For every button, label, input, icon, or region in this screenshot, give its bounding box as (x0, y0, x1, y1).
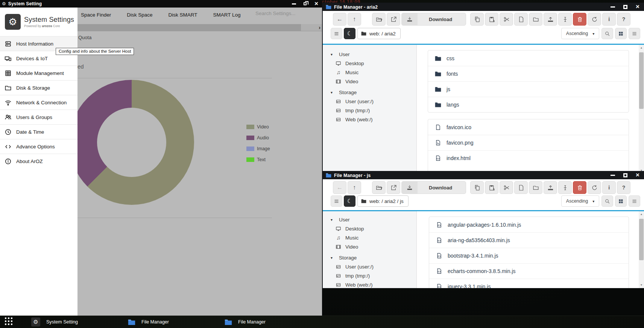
download-button[interactable]: Download (401, 181, 466, 194)
tab-disk-smart[interactable]: Disk SMART (169, 12, 197, 18)
upload-button[interactable] (544, 13, 557, 26)
minimize-button[interactable] (610, 4, 615, 9)
tab-scrollbar[interactable]: › (77, 24, 322, 31)
file-row-jquery[interactable]: jquery-3.3.1.min.js (429, 279, 629, 288)
taskbar-item-system-setting[interactable]: ⚙ System Setting (31, 317, 110, 326)
scroll-down-icon[interactable]: ▼ (639, 283, 644, 287)
tab-space-finder[interactable]: Space Finder (81, 12, 111, 18)
new-folder-button[interactable] (529, 181, 542, 194)
refresh-button[interactable] (588, 13, 601, 26)
tree-item-web-drive[interactable]: Web (web:/) (323, 115, 416, 124)
rename-button[interactable] (558, 181, 572, 194)
info-button[interactable]: i (602, 181, 616, 194)
tree-item-music[interactable]: ♫ Music (323, 233, 416, 242)
cut-button[interactable] (500, 13, 513, 26)
list-view-button[interactable] (629, 28, 640, 39)
close-icon[interactable]: × (314, 1, 319, 6)
grid-view-button[interactable] (615, 195, 627, 207)
sidebar-item-users-groups[interactable]: Users & Groups (0, 110, 77, 124)
file-row-css[interactable]: css (428, 50, 629, 66)
paste-button[interactable] (485, 181, 498, 194)
taskbar-item-file-manager-1[interactable]: File Manager (128, 319, 207, 325)
sidebar-item-date-time[interactable]: Date & Time (0, 124, 77, 139)
grid-view-button[interactable] (615, 28, 627, 39)
open-external-button[interactable] (387, 13, 400, 26)
paste-button[interactable] (485, 13, 498, 26)
file-row-angular[interactable]: angular-packages-1.6.10.min.js (429, 217, 629, 232)
file-row-js[interactable]: js (428, 81, 629, 97)
tree-group-user[interactable]: ▾ User (323, 215, 416, 224)
menu-button[interactable] (331, 195, 342, 207)
file-row-favicon-png[interactable]: favicon.png (428, 135, 629, 150)
file-row-bootstrap[interactable]: bootstrap-3.4.1.min.js (429, 248, 629, 263)
tab-scroll-right-icon[interactable]: › (319, 24, 320, 31)
delete-button[interactable] (573, 13, 586, 26)
app-launcher-button[interactable] (4, 316, 14, 328)
new-file-button[interactable] (514, 181, 528, 194)
menu-button[interactable] (331, 28, 342, 39)
sidebar-item-advance-options[interactable]: Advance Options (0, 139, 77, 154)
tab-disk-space[interactable]: Disk Space (127, 12, 152, 18)
fm2-titlebar[interactable]: File Manager - js × (323, 171, 644, 179)
sort-order-dropdown[interactable]: Ascending ▾ (561, 195, 599, 207)
delete-button[interactable] (573, 181, 586, 194)
file-row-favicon-ico[interactable]: favicon.ico (428, 119, 629, 135)
tree-item-video[interactable]: Video (323, 242, 416, 251)
download-button[interactable]: Download (401, 13, 466, 26)
theme-toggle-button[interactable]: ☾ (344, 28, 355, 39)
info-button[interactable]: i (602, 13, 616, 26)
tree-item-tmp-drive[interactable]: tmp (tmp:/) (323, 106, 416, 115)
tree-item-music[interactable]: ♫ Music (323, 68, 416, 77)
minimize-button[interactable] (291, 1, 296, 6)
help-button[interactable]: ? (617, 181, 630, 194)
breadcrumb[interactable]: web: / aria2 / js (357, 195, 409, 207)
new-folder-button[interactable] (529, 13, 542, 26)
fm1-scrollbar[interactable]: ▲ ▼ (639, 45, 644, 174)
open-external-button[interactable] (387, 181, 400, 194)
close-icon[interactable]: × (635, 4, 640, 9)
upload-button[interactable] (544, 181, 557, 194)
fm2-scrollbar[interactable]: ▲ ▼ (639, 211, 644, 288)
search-input[interactable] (255, 11, 319, 16)
sidebar-item-disk-storage[interactable]: Disk & Storage (0, 80, 77, 95)
back-button[interactable]: ← (333, 13, 346, 26)
tree-item-tmp-drive[interactable]: tmp (tmp:/) (323, 271, 416, 280)
tab-scrollbar-thumb[interactable] (77, 24, 301, 31)
tree-item-web-drive[interactable]: Web (web:/) (323, 280, 416, 288)
list-view-button[interactable] (629, 195, 640, 207)
maximize-button[interactable] (623, 172, 628, 178)
cut-button[interactable] (500, 181, 513, 194)
file-row-index-html[interactable]: index.html (428, 150, 629, 166)
tree-group-storage[interactable]: ▾ Storage (323, 253, 416, 262)
tree-group-storage[interactable]: ▾ Storage (323, 88, 416, 97)
scrollbar-thumb[interactable] (639, 219, 644, 260)
restore-button[interactable] (302, 1, 308, 6)
minimize-button[interactable] (610, 172, 615, 178)
scrollbar-thumb[interactable] (639, 52, 644, 109)
theme-toggle-button[interactable]: ☾ (344, 195, 355, 207)
tree-group-user[interactable]: ▾ User (323, 50, 416, 59)
breadcrumb[interactable]: web: / aria2 (357, 28, 401, 39)
taskbar-item-file-manager-2[interactable]: File Manager (225, 319, 304, 325)
file-row-langs[interactable]: langs (428, 97, 629, 112)
tree-item-user-drive[interactable]: User (user:/) (323, 97, 416, 106)
file-row-aria-ng[interactable]: aria-ng-da5356c403.min.js (429, 232, 629, 248)
sort-order-dropdown[interactable]: Ascending ▾ (561, 28, 599, 39)
system-settings-titlebar[interactable]: ⚙ System Setting × (0, 0, 322, 8)
up-button[interactable]: ↑ (348, 181, 361, 194)
close-icon[interactable]: × (635, 172, 640, 178)
tree-item-desktop[interactable]: Desktop (323, 224, 416, 233)
tree-item-desktop[interactable]: Desktop (323, 59, 416, 68)
copy-button[interactable] (470, 13, 484, 26)
refresh-button[interactable] (588, 181, 601, 194)
fm1-titlebar[interactable]: File Manager - aria2 × (323, 3, 644, 11)
tab-smart-log[interactable]: SMART Log (213, 12, 241, 18)
sidebar-item-about-aroz[interactable]: About ArOZ (0, 154, 77, 168)
scroll-up-icon[interactable]: ▲ (639, 212, 644, 217)
copy-button[interactable] (470, 181, 484, 194)
rename-button[interactable] (558, 13, 572, 26)
tree-item-video[interactable]: Video (323, 77, 416, 86)
open-folder-button[interactable] (372, 181, 386, 194)
open-folder-button[interactable] (372, 13, 386, 26)
new-file-button[interactable] (514, 13, 528, 26)
